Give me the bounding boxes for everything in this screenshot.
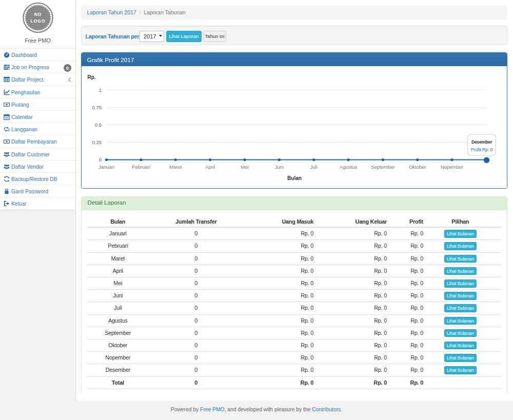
svg-text:Oktober: Oktober (408, 164, 426, 170)
svg-text:Profit Rp: 0: Profit Rp: 0 (470, 147, 492, 152)
svg-text:Juni: Juni (274, 164, 283, 170)
svg-text:0.75: 0.75 (92, 105, 102, 110)
svg-text:0.25: 0.25 (92, 139, 102, 145)
svg-text:Desember: Desember (471, 139, 492, 145)
svg-text:Pebruari: Pebruari (131, 164, 150, 170)
svg-text:LOGO: LOGO (30, 18, 45, 24)
svg-text:Nopember: Nopember (440, 164, 463, 170)
svg-text:September: September (371, 164, 394, 170)
svg-text:NO: NO (34, 12, 42, 17)
svg-text:0: 0 (98, 157, 101, 163)
svg-text:Maret: Maret (169, 164, 182, 170)
svg-text:Rp.: Rp. (87, 74, 95, 80)
svg-text:0.5: 0.5 (94, 122, 101, 128)
svg-text:1: 1 (98, 87, 101, 93)
svg-text:Agustus: Agustus (339, 164, 357, 170)
svg-text:Juli: Juli (310, 164, 317, 170)
svg-text:Bulan: Bulan (287, 175, 302, 181)
svg-text:Januari: Januari (98, 164, 114, 170)
svg-text:Mei: Mei (241, 164, 248, 170)
svg-text:April: April (205, 164, 215, 170)
